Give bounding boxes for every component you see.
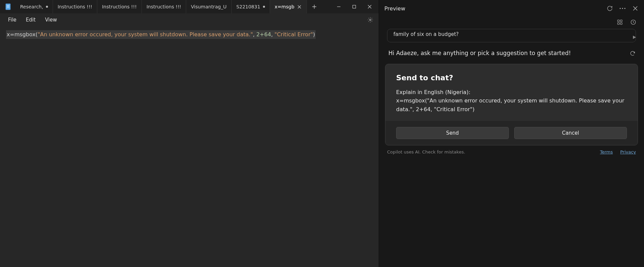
tabs-container: Research, Instructions !!! Instructions …	[15, 0, 307, 13]
cancel-button[interactable]: Cancel	[514, 127, 627, 139]
sidebar-header: Preview	[379, 0, 644, 17]
svg-rect-10	[621, 20, 622, 21]
code-line: x=msgbox("An unknown error occured, your…	[6, 30, 316, 39]
tab-xmsgb[interactable]: x=msgb	[270, 0, 307, 13]
svg-rect-0	[6, 4, 10, 10]
more-icon[interactable]	[619, 5, 626, 12]
svg-rect-4	[353, 5, 356, 8]
suggestion-text: family of six on a budget?	[393, 31, 459, 37]
tab-label: Instructions !!!	[58, 4, 93, 9]
dialog-title: Send to chat?	[396, 74, 627, 82]
sidebar-toolbar	[379, 17, 644, 29]
editor-pane: Research, Instructions !!! Instructions …	[0, 0, 379, 267]
svg-point-6	[620, 8, 621, 9]
menu-view[interactable]: View	[40, 15, 62, 25]
svg-point-8	[624, 8, 625, 9]
send-suggestion-icon[interactable]	[632, 35, 636, 39]
menu-file[interactable]: File	[3, 15, 21, 25]
greeting-text: Hi Adaeze, ask me anything or pick a sug…	[388, 49, 571, 58]
close-sidebar-icon[interactable]	[632, 5, 639, 12]
modified-dot-icon	[263, 6, 265, 8]
svg-rect-12	[621, 23, 622, 25]
tab-visumantrag[interactable]: Visumantrag_U	[186, 0, 231, 13]
dialog-body: Send to chat? Explain in English (Nigeri…	[385, 64, 638, 121]
menu-bar: File Edit View	[0, 13, 379, 26]
tab-instructions-3[interactable]: Instructions !!!	[142, 0, 186, 13]
footer-note: Copilot uses AI. Check for mistakes.	[387, 149, 465, 154]
tab-label: Research,	[20, 4, 43, 9]
send-to-chat-dialog: Send to chat? Explain in English (Nigeri…	[385, 64, 638, 146]
code-token: ,	[271, 31, 274, 38]
tab-bar: Research, Instructions !!! Instructions …	[0, 0, 379, 13]
sidebar-title: Preview	[384, 5, 405, 12]
code-string: "An unknown error occured, your system w…	[38, 31, 253, 38]
apps-icon[interactable]	[616, 19, 623, 26]
minimize-button[interactable]	[331, 0, 346, 13]
code-token: )	[313, 31, 315, 38]
tab-label: S2210831	[236, 4, 260, 9]
dialog-text: Explain in English (Nigeria): x=msgbox("…	[396, 88, 627, 114]
code-token: x=msgbox(	[7, 31, 38, 38]
close-tab-icon[interactable]	[297, 4, 302, 9]
close-window-button[interactable]	[362, 0, 377, 13]
maximize-button[interactable]	[346, 0, 362, 13]
tab-research[interactable]: Research,	[15, 0, 53, 13]
privacy-link[interactable]: Privacy	[620, 149, 636, 154]
new-tab-button[interactable]	[309, 1, 320, 12]
tab-label: x=msgb	[275, 4, 294, 9]
modified-dot-icon	[46, 6, 48, 8]
tab-label: Instructions !!!	[102, 4, 137, 9]
sidebar-header-actions	[606, 5, 639, 12]
tab-label: Visumantrag_U	[191, 4, 226, 9]
code-string: "Critical Error"	[274, 31, 313, 38]
svg-point-7	[622, 8, 623, 9]
code-number: 2+64	[256, 31, 271, 38]
svg-rect-9	[618, 20, 619, 21]
send-button[interactable]: Send	[396, 127, 509, 139]
regenerate-icon[interactable]	[629, 50, 636, 57]
text-editor[interactable]: x=msgbox("An unknown error occured, your…	[0, 26, 379, 267]
tab-s2210831[interactable]: S2210831	[232, 0, 270, 13]
svg-point-5	[370, 19, 371, 21]
notepad-app-icon	[5, 3, 11, 10]
tab-label: Instructions !!!	[147, 4, 181, 9]
settings-button[interactable]	[365, 15, 375, 25]
footer-links: Terms Privacy	[600, 149, 636, 154]
menu-edit[interactable]: Edit	[21, 15, 40, 25]
copilot-sidebar: Preview	[379, 0, 644, 267]
suggestion-card[interactable]: family of six on a budget?	[387, 29, 636, 42]
code-token: ,	[253, 31, 256, 38]
dialog-text-line: Explain in English (Nigeria):	[396, 88, 627, 97]
greeting-row: Hi Adaeze, ask me anything or pick a sug…	[379, 49, 644, 64]
tab-instructions-2[interactable]: Instructions !!!	[97, 0, 142, 13]
dialog-actions: Send Cancel	[385, 121, 638, 145]
history-icon[interactable]	[630, 19, 637, 26]
terms-link[interactable]: Terms	[600, 149, 613, 154]
refresh-icon[interactable]	[606, 5, 613, 12]
svg-rect-11	[618, 23, 619, 25]
dialog-text-line: x=msgbox("An unknown error occured, your…	[396, 96, 627, 114]
tab-instructions-1[interactable]: Instructions !!!	[53, 0, 98, 13]
window-controls	[331, 0, 377, 13]
sidebar-footer: Copilot uses AI. Check for mistakes. Ter…	[379, 147, 644, 157]
